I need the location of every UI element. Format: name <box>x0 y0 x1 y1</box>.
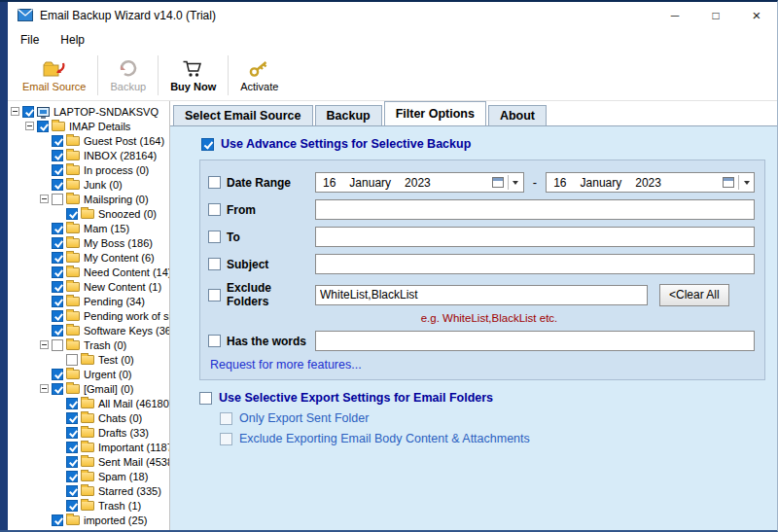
tree-item[interactable]: Chats (0) <box>8 410 169 425</box>
exclude-body-checkbox[interactable] <box>220 433 232 445</box>
collapse-icon[interactable] <box>40 384 49 393</box>
tree-checkbox[interactable] <box>37 121 49 132</box>
exclude-folders-checkbox[interactable] <box>208 289 221 301</box>
tree-checkbox[interactable] <box>66 442 78 453</box>
advance-settings-checkbox[interactable] <box>201 138 214 151</box>
buy-now-button[interactable]: Buy Now <box>161 51 225 100</box>
tree-item[interactable]: New Content (1) <box>8 279 169 294</box>
tree-item[interactable]: Trash (1) <box>8 498 169 513</box>
email-source-button[interactable]: Email Source <box>14 51 94 100</box>
tree-checkbox[interactable] <box>52 135 63 147</box>
tree-item[interactable]: Spam (18) <box>8 469 169 483</box>
tree-checkbox[interactable] <box>66 427 78 439</box>
tree-item[interactable]: Sent Mail (4538) <box>8 454 169 469</box>
tree-checkbox[interactable] <box>66 412 78 424</box>
activate-button[interactable]: Activate <box>231 51 287 100</box>
tree-item[interactable]: IMAP Details <box>8 119 169 133</box>
dropdown-arrow-icon[interactable] <box>738 175 751 190</box>
subject-checkbox[interactable] <box>208 258 221 270</box>
tree-checkbox[interactable] <box>66 471 78 482</box>
tree-item[interactable]: INBOX (28164) <box>8 148 169 162</box>
tree-checkbox[interactable] <box>52 296 63 307</box>
tree-item[interactable]: Test (0) <box>8 352 169 367</box>
tree-item[interactable]: [Gmail] (0) <box>8 381 169 396</box>
collapse-icon[interactable] <box>25 122 34 130</box>
tree-checkbox[interactable] <box>66 354 78 366</box>
date-to-month[interactable]: January <box>581 176 622 190</box>
tree-checkbox[interactable] <box>52 266 63 278</box>
tree-checkbox[interactable] <box>52 223 63 234</box>
menu-help[interactable]: Help <box>60 33 85 47</box>
tree-checkbox[interactable] <box>52 164 63 176</box>
date-to-picker[interactable]: 16 January 2023 <box>546 172 755 193</box>
tree-item[interactable]: Drafts (33) <box>8 425 169 440</box>
collapse-icon[interactable] <box>11 107 19 116</box>
tree-checkbox[interactable] <box>66 485 78 497</box>
has-words-input[interactable] <box>315 331 755 351</box>
tree-item[interactable]: Pending work of sir ( <box>8 308 169 323</box>
tree-item[interactable]: All Mail (46180) <box>8 396 169 410</box>
date-from-day[interactable]: 16 <box>323 176 336 190</box>
tree-checkbox[interactable] <box>52 369 63 380</box>
to-checkbox[interactable] <box>208 231 221 243</box>
tree-item[interactable]: My Content (6) <box>8 250 169 265</box>
tree-item[interactable]: In process (0) <box>8 162 169 177</box>
tree-checkbox[interactable] <box>52 194 63 205</box>
close-button[interactable]: × <box>736 2 777 28</box>
tree-checkbox[interactable] <box>52 179 63 191</box>
tree-checkbox[interactable] <box>66 398 78 409</box>
tree-checkbox[interactable] <box>66 208 78 220</box>
has-words-checkbox[interactable] <box>208 335 221 347</box>
tree-item[interactable]: Snoozed (0) <box>8 206 169 221</box>
tree-checkbox[interactable] <box>66 456 78 468</box>
only-sent-checkbox[interactable] <box>220 412 232 425</box>
tab-select-email-source[interactable]: Select Email Source <box>173 105 313 125</box>
calendar-icon[interactable] <box>492 177 504 188</box>
tree-item[interactable]: Important (11874) <box>8 440 169 454</box>
date-to-day[interactable]: 16 <box>553 176 566 190</box>
tree-item[interactable]: LAPTOP-SNDAKSVQ <box>8 104 169 119</box>
tree-checkbox[interactable] <box>52 150 63 161</box>
tree-checkbox[interactable] <box>66 500 78 512</box>
calendar-icon[interactable] <box>723 177 734 188</box>
date-from-month[interactable]: January <box>349 176 391 190</box>
tree-checkbox[interactable] <box>52 310 63 322</box>
menu-file[interactable]: File <box>20 33 39 47</box>
tab-backup[interactable]: Backup <box>315 105 382 125</box>
tree-item[interactable]: Junk (0) <box>8 177 169 192</box>
collapse-icon[interactable] <box>40 340 49 349</box>
tree-checkbox[interactable] <box>22 106 34 118</box>
selective-export-checkbox[interactable] <box>199 392 212 405</box>
tree-item[interactable]: Trash (0) <box>8 337 169 352</box>
date-from-picker[interactable]: 16 January 2023 <box>315 172 524 193</box>
tab-filter-options[interactable]: Filter Options <box>384 101 486 125</box>
from-input[interactable] <box>315 199 755 220</box>
date-from-year[interactable]: 2023 <box>405 176 431 190</box>
tree-checkbox[interactable] <box>52 325 63 337</box>
tree-checkbox[interactable] <box>52 281 63 293</box>
tree-item[interactable]: Software Keys (36) <box>8 323 169 337</box>
dropdown-arrow-icon[interactable] <box>508 175 520 190</box>
collapse-icon[interactable] <box>40 195 49 203</box>
tree-item[interactable]: Need Content (14) <box>8 265 169 279</box>
tree-checkbox[interactable] <box>52 339 63 351</box>
tab-about[interactable]: About <box>488 105 547 125</box>
tree-item[interactable]: Guest Post (164) <box>8 133 169 148</box>
tree-checkbox[interactable] <box>52 514 63 526</box>
clear-all-button[interactable]: <Clear All <box>659 284 729 306</box>
date-to-year[interactable]: 2023 <box>635 176 661 190</box>
from-checkbox[interactable] <box>208 203 221 216</box>
tree-item[interactable]: Mam (15) <box>8 221 169 235</box>
tree-item[interactable]: My Boss (186) <box>8 235 169 250</box>
subject-input[interactable] <box>315 254 755 274</box>
exclude-folders-input[interactable] <box>315 285 648 305</box>
tree-checkbox[interactable] <box>52 252 63 264</box>
tree-item[interactable]: Starred (335) <box>8 483 169 498</box>
request-more-features-link[interactable]: Request for more features... <box>210 358 755 372</box>
to-input[interactable] <box>315 227 755 247</box>
date-range-checkbox[interactable] <box>208 176 221 189</box>
tree-item[interactable]: Pending (34) <box>8 294 169 308</box>
minimize-button[interactable]: ─ <box>654 2 695 28</box>
maximize-button[interactable]: □ <box>695 2 736 28</box>
backup-button[interactable]: Backup <box>101 51 155 100</box>
